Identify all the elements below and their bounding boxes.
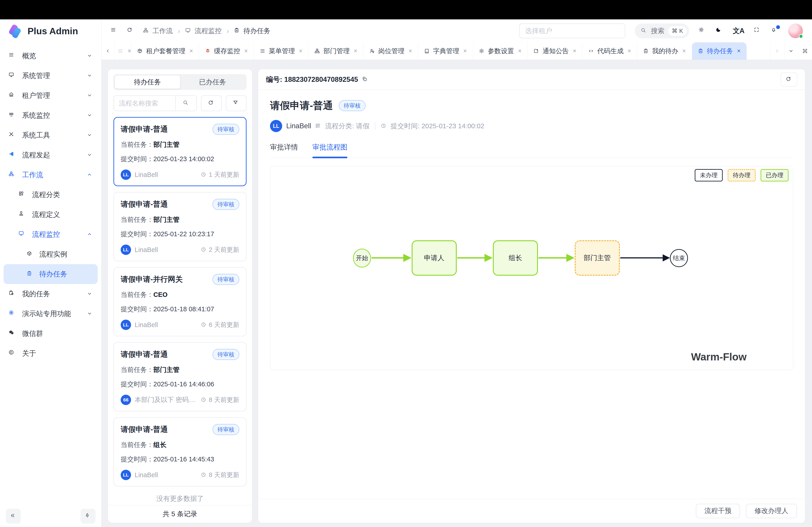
tabs-dropdown-button[interactable] — [784, 42, 798, 60]
task-search-group — [114, 95, 197, 111]
record-count: 共 5 条记录 — [108, 505, 252, 523]
tab-approval-flowchart[interactable]: 审批流程图 — [313, 142, 347, 158]
tabs-scroll-left-button[interactable] — [102, 42, 115, 60]
brand[interactable]: Plus Admin — [0, 19, 101, 43]
close-icon[interactable]: × — [573, 48, 576, 55]
search-icon — [183, 100, 189, 107]
tab-post-mgmt[interactable]: 岗位管理 × — [363, 42, 418, 60]
change-assignee-button[interactable]: 修改办理人 — [746, 504, 797, 518]
tab-cache-monitor[interactable]: 缓存监控 × — [199, 42, 254, 60]
sidebar-item-process-definition[interactable]: 流程定义 — [4, 205, 98, 225]
tenant-select-input[interactable] — [519, 24, 625, 38]
sitemap-icon — [9, 171, 16, 179]
globe-icon — [9, 310, 16, 318]
double-chevron-left-icon — [10, 513, 17, 520]
notifications-button[interactable] — [771, 27, 779, 35]
tab-todo-tasks[interactable]: 待办任务 × — [692, 42, 746, 60]
content-maximize-button[interactable] — [798, 42, 812, 60]
sidebar-item-wechat-group[interactable]: 微信群 — [4, 324, 98, 344]
tab-code-gen[interactable]: 代码生成 × — [582, 42, 637, 60]
sidebar-item-my-tasks[interactable]: 我的任务 — [4, 284, 98, 304]
close-icon[interactable]: × — [128, 48, 131, 55]
sidebar-item-system-tools[interactable]: 系统工具 — [4, 125, 98, 145]
process-intervene-button[interactable]: 流程干预 — [696, 504, 740, 518]
sidebar-item-system-monitor[interactable]: 系统监控 — [4, 105, 98, 125]
close-icon[interactable]: × — [518, 48, 522, 55]
task-search-button[interactable] — [175, 96, 197, 111]
sidebar-item-process-monitor[interactable]: 流程监控 — [4, 225, 98, 244]
detail-footer: 流程干预 修改办理人 — [258, 499, 805, 523]
fullscreen-button[interactable] — [754, 27, 762, 35]
sidebar-collapse-button[interactable] — [6, 509, 21, 524]
tab-dept-mgmt[interactable]: 部门管理 × — [308, 42, 363, 60]
tab-clipped[interactable]: × — [115, 42, 131, 60]
sidebar-item-process-initiate[interactable]: 流程发起 — [4, 145, 98, 165]
menu-toggle-button[interactable] — [111, 27, 118, 35]
close-icon[interactable]: × — [299, 48, 303, 55]
task-card[interactable]: 请假申请-普通 待审核 当前任务：部门主管 提交时间：2025-01-22 10… — [114, 192, 247, 261]
sidebar-item-demo-features[interactable]: 演示站专用功能 — [4, 304, 98, 324]
tab-menu-mgmt[interactable]: 菜单管理 × — [254, 42, 309, 60]
tab-dict-mgmt[interactable]: 字典管理 × — [418, 42, 473, 60]
task-panel-tabs: 待办任务 已办任务 — [114, 74, 247, 90]
tab-tenant-package[interactable]: 租户套餐管理 × — [131, 42, 199, 60]
detail-submit-time: 提交时间: 2025-01-23 14:00:02 — [391, 121, 484, 131]
list-icon — [118, 48, 124, 54]
task-card[interactable]: 请假申请-普通 待审核 当前任务：部门主管 提交时间：2025-01-23 14… — [114, 117, 247, 186]
task-card[interactable]: 请假申请-普通 待审核 当前任务：组长 提交时间：2025-01-16 14:4… — [114, 417, 247, 486]
close-icon[interactable]: × — [354, 48, 357, 55]
grid-plus-icon — [18, 191, 26, 199]
tabs-scroll-right-button[interactable] — [770, 42, 784, 60]
flowchart-canvas[interactable]: 未办理 待办理 已办理 — [270, 166, 793, 370]
sidebar-item-system-mgmt[interactable]: 系统管理 — [4, 66, 98, 86]
chevron-down-icon — [87, 93, 93, 99]
breadcrumb-process-monitor[interactable]: 流程监控 — [185, 26, 222, 35]
close-icon[interactable]: × — [244, 48, 248, 55]
sidebar-item-process-category[interactable]: 流程分类 — [4, 185, 98, 205]
task-search-input[interactable] — [114, 96, 175, 111]
close-icon[interactable]: × — [408, 48, 412, 55]
chevron-down-icon — [87, 132, 93, 138]
sidebar-item-tenant-mgmt[interactable]: 租户管理 — [4, 86, 98, 105]
close-icon[interactable]: × — [463, 48, 467, 55]
language-button[interactable]: 文A — [733, 26, 744, 35]
user-avatar[interactable] — [788, 24, 803, 38]
copy-icon — [362, 76, 368, 83]
task-filter-button[interactable] — [226, 95, 247, 111]
close-icon[interactable]: × — [737, 48, 741, 55]
task-card[interactable]: 请假申请-普通 待审核 当前任务：部门主管 提交时间：2025-01-16 14… — [114, 342, 247, 411]
sidebar-item-overview[interactable]: 概览 — [4, 46, 98, 66]
chevron-down-icon — [788, 48, 794, 54]
tab-notice[interactable]: 通知公告 × — [527, 42, 582, 60]
sidebar-pin-button[interactable] — [81, 509, 96, 524]
task-card[interactable]: 请假申请-并行网关 待审核 当前任务：CEO 提交时间：2025-01-18 0… — [114, 267, 247, 336]
clock-icon — [381, 123, 387, 129]
sidebar-item-about[interactable]: 关于 — [4, 344, 98, 363]
close-icon[interactable]: × — [682, 48, 686, 55]
refresh-page-button[interactable] — [127, 27, 134, 35]
tab-pending-tasks[interactable]: 待办任务 — [115, 76, 180, 89]
global-search-button[interactable]: 搜索 ⌘ K — [635, 24, 689, 38]
copy-id-button[interactable] — [362, 76, 368, 83]
refresh-icon — [786, 76, 792, 83]
sidebar-item-process-instance[interactable]: 流程实例 — [4, 244, 98, 264]
tab-done-tasks[interactable]: 已办任务 — [180, 76, 245, 89]
chevron-down-icon — [87, 53, 93, 59]
sidebar-item-workflow[interactable]: 工作流 — [4, 165, 98, 185]
breadcrumb-workflow[interactable]: 工作流 — [143, 26, 173, 35]
breadcrumb-separator: › — [227, 27, 229, 35]
flow-node-team-leader: 组长 — [493, 240, 538, 276]
close-icon[interactable]: × — [627, 48, 631, 55]
sidebar-item-todo-tasks[interactable]: 待办任务 — [4, 264, 98, 284]
tab-my-todo[interactable]: 我的待办 × — [637, 42, 692, 60]
detail-refresh-button[interactable] — [781, 72, 797, 87]
tab-approval-detail[interactable]: 审批详情 — [270, 142, 298, 158]
settings-button[interactable] — [698, 27, 706, 35]
dark-mode-button[interactable] — [716, 27, 723, 35]
task-reset-button[interactable] — [201, 95, 222, 111]
clock-icon — [201, 322, 207, 328]
close-icon[interactable]: × — [189, 48, 193, 55]
breadcrumb-todo-tasks[interactable]: 待办任务 — [234, 26, 271, 35]
tab-param-settings[interactable]: 参数设置 × — [473, 42, 528, 60]
vscode-icon — [9, 151, 16, 159]
